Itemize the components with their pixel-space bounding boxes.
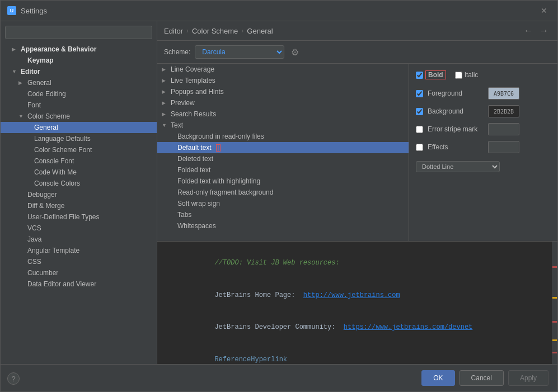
settings-dialog: U Settings ✕ ▶ Appearance & Behavior Key… bbox=[0, 0, 558, 392]
sidebar-item-cs-font[interactable]: Color Scheme Font bbox=[1, 144, 157, 155]
scroll-mark-red-1 bbox=[552, 266, 557, 268]
bold-checkbox[interactable] bbox=[416, 72, 423, 79]
scroll-marks bbox=[552, 242, 557, 364]
sidebar-item-general[interactable]: ▶ General bbox=[1, 77, 157, 88]
sidebar-item-angular[interactable]: Angular Template bbox=[1, 245, 157, 256]
right-panel: Editor › Color Scheme › General ← → Sche… bbox=[157, 21, 557, 364]
ok-button[interactable]: OK bbox=[421, 370, 454, 386]
tree-soft-wrap[interactable]: Soft wrap sign bbox=[157, 198, 409, 209]
italic-label[interactable]: Italic bbox=[465, 71, 479, 79]
default-text-marker: | bbox=[216, 144, 221, 152]
background-checkbox[interactable] bbox=[416, 108, 423, 115]
tree-whitespaces[interactable]: Whitespaces bbox=[157, 220, 409, 232]
sidebar-item-console-font[interactable]: Console Font bbox=[1, 155, 157, 167]
sidebar-item-console-colors[interactable]: Console Colors bbox=[1, 178, 157, 189]
tree-panel: ▶ Line Coverage ▶ Live Templates ▶ Popup… bbox=[157, 64, 409, 241]
sidebar-item-java[interactable]: Java bbox=[1, 234, 157, 245]
title-bar: U Settings ✕ bbox=[1, 1, 557, 21]
dialog-title: Settings bbox=[21, 7, 47, 15]
split-area: ▶ Line Coverage ▶ Live Templates ▶ Popup… bbox=[157, 64, 557, 364]
error-stripe-label[interactable]: Error stripe mark bbox=[428, 125, 484, 133]
tree-preview[interactable]: ▶ Preview bbox=[157, 97, 409, 108]
tree-deleted-text[interactable]: Deleted text bbox=[157, 153, 409, 164]
sidebar: ▶ Appearance & Behavior Keymap ▼ Editor … bbox=[1, 21, 157, 364]
tree-readonly-bg[interactable]: Read-only fragment background bbox=[157, 187, 409, 198]
sidebar-item-user-file-types[interactable]: User-Defined File Types bbox=[1, 211, 157, 223]
apply-button[interactable]: Apply bbox=[508, 370, 548, 386]
tree-live-templates[interactable]: ▶ Live Templates bbox=[157, 75, 409, 86]
foreground-swatch[interactable]: A9B7C6 bbox=[488, 87, 519, 100]
tree-popups-hints[interactable]: ▶ Popups and Hints bbox=[157, 86, 409, 97]
bottom-bar-wrapper: ? OK Cancel Apply bbox=[1, 364, 557, 391]
effects-type-row: Dotted Line bbox=[416, 161, 551, 172]
scroll-mark-red-2 bbox=[552, 321, 557, 323]
sidebar-item-debugger[interactable]: Debugger bbox=[1, 189, 157, 200]
sidebar-item-code-with-me[interactable]: Code With Me bbox=[1, 167, 157, 178]
scroll-mark-yellow-1 bbox=[552, 297, 557, 299]
breadcrumb-part3: General bbox=[247, 27, 273, 35]
tree-text[interactable]: ▼ Text bbox=[157, 120, 409, 131]
search-input[interactable] bbox=[5, 26, 152, 39]
scheme-bar: Scheme: Darcula ⚙ bbox=[157, 41, 557, 64]
preview-scrollbar[interactable] bbox=[552, 242, 557, 364]
background-label[interactable]: Background bbox=[428, 107, 484, 115]
preview-line3: JetBrains Developer Community: https://w… bbox=[166, 311, 548, 344]
forward-button[interactable]: → bbox=[537, 26, 551, 36]
breadcrumb-sep2: › bbox=[241, 27, 243, 35]
tree-folded-text[interactable]: Folded text bbox=[157, 164, 409, 176]
tree-line-coverage[interactable]: ▶ Line Coverage bbox=[157, 64, 409, 75]
tree-search-results[interactable]: ▶ Search Results bbox=[157, 108, 409, 120]
breadcrumb: Editor › Color Scheme › General ← → bbox=[157, 21, 557, 41]
arrow-icon: ▼ bbox=[12, 69, 18, 74]
cancel-button[interactable]: Cancel bbox=[459, 370, 504, 386]
foreground-label[interactable]: Foreground bbox=[428, 89, 484, 97]
preview-area: //TODO: Visit JB Web resources: JetBrain… bbox=[157, 241, 557, 364]
error-stripe-swatch[interactable] bbox=[488, 123, 519, 135]
sidebar-item-appearance[interactable]: ▶ Appearance & Behavior bbox=[1, 44, 157, 55]
tree-folded-highlight[interactable]: Folded text with highlighting bbox=[157, 176, 409, 187]
tree-default-text[interactable]: Default text | bbox=[157, 142, 409, 153]
properties-panel: Bold Italic Foreground bbox=[409, 64, 557, 241]
scheme-gear-button[interactable]: ⚙ bbox=[289, 46, 301, 59]
foreground-checkbox[interactable] bbox=[416, 90, 423, 97]
italic-checkbox[interactable] bbox=[455, 72, 462, 79]
preview-line1: //TODO: Visit JB Web resources: bbox=[166, 247, 548, 280]
devnet-link[interactable]: https://www.jetbrains.com/devnet bbox=[344, 323, 472, 331]
style-checkboxes: Bold Italic bbox=[416, 70, 551, 79]
arrow-icon: ▼ bbox=[18, 114, 25, 119]
sidebar-item-color-scheme[interactable]: ▼ Color Scheme bbox=[1, 111, 157, 122]
top-split: ▶ Line Coverage ▶ Live Templates ▶ Popup… bbox=[157, 64, 557, 241]
help-button[interactable]: ? bbox=[7, 372, 20, 385]
effects-swatch[interactable] bbox=[488, 141, 519, 153]
sidebar-item-keymap[interactable]: Keymap bbox=[1, 55, 157, 66]
breadcrumb-part2: Color Scheme bbox=[192, 27, 238, 35]
sidebar-item-editor[interactable]: ▼ Editor bbox=[1, 66, 157, 77]
close-button[interactable]: ✕ bbox=[537, 5, 551, 16]
arrow-icon: ▶ bbox=[18, 80, 25, 86]
bold-label[interactable]: Bold bbox=[425, 70, 446, 79]
sidebar-item-vcs[interactable]: VCS bbox=[1, 223, 157, 234]
back-button[interactable]: ← bbox=[522, 26, 535, 36]
sidebar-item-data-editor[interactable]: Data Editor and Viewer bbox=[1, 278, 157, 290]
italic-check-item: Italic bbox=[455, 71, 479, 79]
sidebar-item-code-editing[interactable]: Code Editing bbox=[1, 88, 157, 100]
sidebar-item-cs-general[interactable]: General bbox=[1, 122, 157, 133]
scheme-select[interactable]: Darcula bbox=[195, 45, 284, 59]
tree-tabs[interactable]: Tabs bbox=[157, 209, 409, 220]
sidebar-item-diff-merge[interactable]: Diff & Merge bbox=[1, 200, 157, 211]
sidebar-item-css[interactable]: CSS bbox=[1, 256, 157, 267]
preview-line4: ReferenceHyperlink bbox=[166, 344, 548, 364]
sidebar-item-language-defaults[interactable]: Language Defaults bbox=[1, 133, 157, 144]
sidebar-item-font[interactable]: Font bbox=[1, 100, 157, 111]
jetbrains-home-link[interactable]: http://www.jetbrains.com bbox=[303, 291, 400, 299]
effects-label[interactable]: Effects bbox=[428, 143, 484, 151]
error-stripe-checkbox[interactable] bbox=[416, 126, 423, 133]
preview-line2: JetBrains Home Page: http://www.jetbrain… bbox=[166, 280, 548, 312]
breadcrumb-sep1: › bbox=[186, 27, 189, 35]
effects-type-select[interactable]: Dotted Line bbox=[416, 161, 500, 172]
background-swatch[interactable]: 2B2B2B bbox=[488, 105, 519, 117]
app-icon: U bbox=[7, 6, 16, 15]
tree-bg-readonly[interactable]: Background in read-only files bbox=[157, 131, 409, 142]
sidebar-item-cucumber[interactable]: Cucumber bbox=[1, 267, 157, 278]
effects-checkbox[interactable] bbox=[416, 144, 423, 151]
